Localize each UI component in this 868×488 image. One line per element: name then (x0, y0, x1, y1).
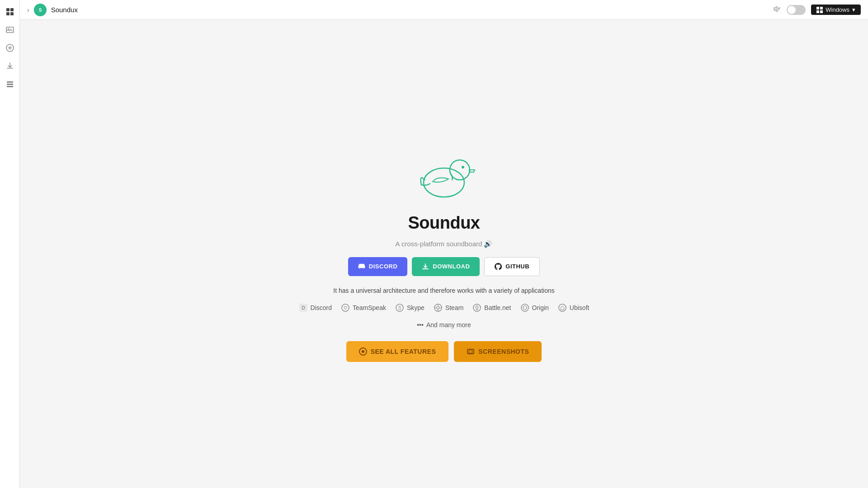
svg-rect-2 (6, 12, 9, 15)
svg-rect-9 (7, 86, 13, 87)
teamspeak-app-icon (341, 303, 350, 312)
sidebar-icon-download[interactable] (2, 58, 18, 74)
sound-emoji: 🔊 (484, 240, 492, 248)
svg-point-26 (437, 306, 439, 309)
app-title-topbar: Soundux (51, 6, 78, 14)
svg-rect-15 (816, 10, 819, 13)
svg-text:D: D (302, 305, 305, 310)
compat-description: It has a universal architecture and ther… (333, 287, 554, 294)
svg-point-17 (424, 168, 464, 197)
compat-app-steam: Steam (434, 303, 463, 312)
sidebar-icon-add[interactable] (2, 40, 18, 56)
mute-icon[interactable] (772, 5, 781, 15)
svg-rect-4 (6, 27, 14, 33)
duck-illustration (412, 146, 476, 202)
svg-rect-8 (7, 84, 13, 85)
topbar-right: Windows ▾ (772, 5, 861, 15)
download-button[interactable]: DOWNLOAD (412, 257, 480, 276)
dots-icon: ••• (417, 321, 424, 328)
svg-text:S: S (38, 8, 42, 13)
see-all-features-button[interactable]: SEE ALL FEATURES (346, 341, 449, 362)
sidebar-icon-image[interactable] (2, 22, 18, 38)
compat-app-ubisoft: Ubisoft (558, 303, 590, 312)
app-title-hero: Soundux (408, 213, 480, 233)
compat-app-discord: D Discord (299, 303, 332, 312)
svg-point-32 (362, 350, 364, 353)
compat-app-battlenet: Battle.net (472, 303, 511, 312)
app-subtitle: A cross-platform soundboard 🔊 (396, 240, 493, 248)
svg-point-29 (523, 306, 527, 310)
svg-rect-3 (10, 12, 14, 15)
content-area: Soundux A cross-platform soundboard 🔊 DI… (20, 20, 868, 488)
svg-rect-1 (10, 8, 14, 11)
svg-point-22 (342, 304, 349, 311)
hero-section: Soundux A cross-platform soundboard 🔊 DI… (286, 146, 602, 362)
svg-rect-16 (820, 10, 823, 13)
toggle-switch[interactable] (787, 5, 806, 15)
svg-text:S: S (398, 305, 401, 310)
action-buttons: DISCORD DOWNLOAD GITHUB (348, 257, 540, 276)
compat-app-teamspeak: TeamSpeak (341, 303, 386, 312)
and-more-label: And many more (426, 321, 471, 328)
battlenet-app-icon (472, 303, 481, 312)
svg-rect-0 (6, 8, 9, 11)
steam-label: Steam (445, 304, 463, 311)
sidebar (0, 0, 20, 488)
svg-point-28 (521, 304, 528, 311)
svg-point-19 (462, 166, 464, 169)
svg-rect-13 (816, 7, 819, 9)
windows-dropdown-icon: ▾ (852, 6, 855, 13)
windows-button[interactable]: Windows ▾ (811, 5, 861, 15)
sidebar-icon-grid[interactable] (2, 4, 18, 20)
and-more: ••• And many more (417, 321, 471, 328)
windows-label: Windows (826, 6, 849, 13)
screenshots-button[interactable]: SCREENSHOTS (454, 341, 542, 362)
topbar: › S Soundux (20, 0, 868, 20)
compat-app-skype: S Skype (395, 303, 425, 312)
discord-button[interactable]: DISCORD (348, 257, 407, 276)
expand-chevron[interactable]: › (27, 6, 29, 14)
svg-point-30 (559, 304, 566, 311)
github-button[interactable]: GITHUB (484, 257, 540, 276)
sidebar-icon-history[interactable] (2, 76, 18, 92)
compat-apps-list: D Discord TeamSpeak (299, 303, 590, 312)
steam-app-icon (434, 303, 443, 312)
svg-rect-34 (469, 351, 472, 353)
feature-buttons: SEE ALL FEATURES SCREENSHOTS (346, 341, 542, 362)
svg-rect-14 (820, 7, 823, 9)
ubisoft-app-icon (558, 303, 567, 312)
origin-app-icon (520, 303, 529, 312)
svg-rect-7 (7, 81, 13, 83)
skype-app-icon: S (395, 303, 404, 312)
discord-app-icon: D (299, 303, 308, 312)
main-area: › S Soundux (20, 0, 868, 488)
compat-app-origin: Origin (520, 303, 549, 312)
app-logo: S (34, 4, 47, 16)
